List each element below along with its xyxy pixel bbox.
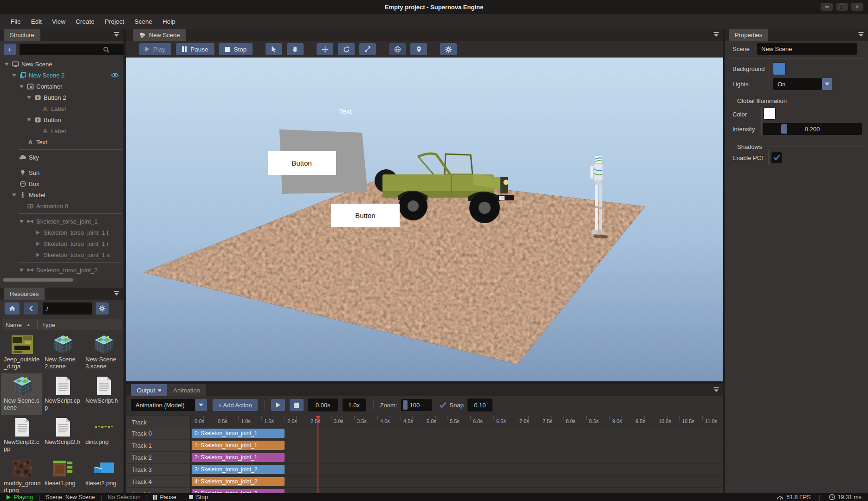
select-tool-button[interactable]	[266, 43, 282, 55]
timeline-play-button[interactable]	[271, 399, 285, 411]
minimize-button[interactable]	[821, 3, 833, 11]
tab-animation[interactable]: Animation	[167, 384, 206, 396]
menu-file[interactable]: File	[6, 16, 26, 27]
close-button[interactable]: ×	[851, 3, 863, 11]
file-jeep-outside-d-tga[interactable]: Jeep_outside_d.tga	[1, 332, 42, 373]
expand-arrow-icon[interactable]	[25, 118, 32, 122]
rotate-tool-button[interactable]	[338, 43, 355, 55]
tab-new-scene[interactable]: New Scene	[133, 29, 186, 41]
add-entity-button[interactable]: +	[4, 44, 16, 55]
animation-clip[interactable]: 3: Skeleton_torso_joint_2	[192, 465, 285, 474]
track-lane[interactable]: 1: Skeleton_torso_joint_1	[191, 440, 723, 451]
add-action-button[interactable]: + Add Action	[213, 399, 258, 411]
playhead-line[interactable]	[317, 416, 318, 493]
scale-tool-button[interactable]	[359, 43, 376, 55]
ruler-ticks[interactable]: 0.0s0.5s1.0s1.5s2.0s2.5s3.0s3.5s4.0s4.5s…	[191, 416, 723, 428]
scene-button-2[interactable]: Button	[331, 204, 400, 227]
panel-menu-icon[interactable]	[858, 32, 864, 37]
track-name[interactable]: Track 5	[126, 488, 191, 493]
stop-button[interactable]: Stop	[219, 43, 253, 55]
file-muddy-ground-png[interactable]: muddy_ground.png	[1, 456, 42, 493]
column-type[interactable]: Type	[42, 321, 55, 328]
animation-clip[interactable]: 5: Skeleton_torso_joint_2	[192, 489, 285, 493]
tree-item-animation-0[interactable]: Animation 0	[0, 200, 123, 212]
tab-output[interactable]: Output	[131, 384, 167, 396]
scene-name-input[interactable]	[757, 43, 857, 55]
zoom-slider[interactable]: 100	[401, 399, 432, 411]
horizontal-scrollbar[interactable]	[3, 278, 73, 282]
pause-button[interactable]: Pause	[176, 43, 214, 55]
track-name[interactable]: Track 3	[126, 464, 191, 475]
tree-item-skeleton-torso-joint-1-t[interactable]: Skeleton_torso_joint_1 t	[0, 227, 123, 238]
chevron-down-icon[interactable]	[195, 399, 207, 411]
tree-item-skeleton-torso-joint-2[interactable]: Skeleton_torso_joint_2	[0, 264, 123, 276]
scene-button-1[interactable]: Button	[268, 151, 336, 175]
track-name[interactable]: Track 0	[126, 428, 191, 439]
visibility-eye-icon[interactable]	[111, 72, 119, 78]
menu-help[interactable]: Help	[157, 16, 181, 27]
file-newscript-cpp[interactable]: NewScript.cpp	[42, 373, 83, 415]
lights-dropdown[interactable]: On	[773, 78, 822, 90]
scene-text-label[interactable]: Text	[339, 107, 352, 115]
tab-structure[interactable]: Structure	[4, 29, 40, 41]
animation-target-select[interactable]: Animation (Model)	[131, 399, 195, 411]
track-lane[interactable]: 3: Skeleton_torso_joint_2	[191, 464, 723, 475]
animation-clip[interactable]: 0: Skeleton_torso_joint_1	[192, 429, 285, 438]
path-input[interactable]	[43, 302, 92, 315]
tree-item-button[interactable]: Button	[0, 114, 123, 125]
time-field[interactable]	[308, 398, 338, 411]
animation-clip[interactable]: 1: Skeleton_torso_joint_1	[192, 441, 285, 450]
tree-item-box[interactable]: Box	[0, 178, 123, 189]
location-tool-button[interactable]	[410, 43, 427, 55]
file-newscript2-cpp[interactable]: NewScript2.cpp	[1, 415, 42, 456]
track-name[interactable]: Track 4	[126, 476, 191, 487]
tree-item-sky[interactable]: Sky	[0, 152, 123, 163]
snap-checkbox[interactable]	[439, 402, 447, 408]
menu-project[interactable]: Project	[100, 16, 130, 27]
maximize-button[interactable]	[836, 3, 848, 11]
tree-item-model[interactable]: Model	[0, 189, 123, 200]
timeline-stop-button[interactable]	[290, 399, 304, 411]
track-name[interactable]: Track 1	[126, 440, 191, 451]
tree-item-label[interactable]: ALabel	[0, 103, 123, 114]
sort-arrow-icon[interactable]: ▲	[26, 322, 31, 327]
expand-arrow-icon[interactable]	[10, 74, 18, 77]
tree-item-new-scene-2[interactable]: New Scene 2	[0, 70, 123, 81]
expand-arrow-icon[interactable]	[18, 85, 25, 88]
expand-arrow-icon[interactable]	[18, 269, 25, 272]
expand-arrow-icon[interactable]	[18, 220, 25, 223]
panel-menu-icon[interactable]	[114, 32, 119, 37]
home-button[interactable]	[5, 302, 19, 315]
expand-arrow-icon[interactable]	[10, 193, 18, 197]
track-lane[interactable]: 0: Skeleton_torso_joint_1	[191, 428, 723, 439]
expand-arrow-icon[interactable]	[3, 63, 10, 66]
menu-scene[interactable]: Scene	[130, 16, 157, 27]
gi-color-swatch[interactable]	[764, 108, 776, 120]
column-name[interactable]: Name	[6, 321, 22, 328]
tree-item-new-scene[interactable]: New Scene	[0, 58, 123, 70]
intensity-slider[interactable]: 0.200	[763, 123, 862, 135]
background-color-swatch[interactable]	[773, 62, 786, 75]
viewport-3d[interactable]: Text Button Button	[126, 58, 723, 381]
hand-tool-button[interactable]	[287, 43, 304, 55]
back-button[interactable]	[24, 302, 38, 315]
animation-clip[interactable]: 4: Skeleton_torso_joint_2	[192, 477, 285, 486]
menu-view[interactable]: View	[47, 16, 71, 27]
settings-tool-button[interactable]	[440, 43, 457, 55]
panel-menu-icon[interactable]	[713, 32, 719, 37]
expand-arrow-icon[interactable]	[25, 96, 32, 99]
tree-item-skeleton-torso-joint-1-s[interactable]: Skeleton_torso_joint_1 s	[0, 249, 123, 260]
snap-value-field[interactable]	[467, 398, 492, 411]
track-lane[interactable]: 4: Skeleton_torso_joint_2	[191, 476, 723, 488]
file-new-scene-scene[interactable]: New Scene.scene	[1, 373, 42, 415]
speed-field[interactable]	[343, 398, 366, 411]
play-button[interactable]: Play	[139, 43, 171, 55]
playhead-marker-icon[interactable]	[315, 416, 321, 419]
tree-item-text[interactable]: AText	[0, 136, 123, 148]
status-pause-button[interactable]: Pause	[153, 494, 176, 501]
timeline-ruler[interactable]: Track 0.0s0.5s1.0s1.5s2.0s2.5s3.0s3.5s4.…	[126, 416, 723, 428]
file-new-scene-3-scene[interactable]: New Scene 3.scene	[83, 332, 123, 373]
file-newscript-h[interactable]: NewScript.h	[83, 373, 123, 415]
tree-item-skeleton-torso-joint-1-r[interactable]: Skeleton_torso_joint_1 r	[0, 238, 123, 249]
tree-item-button-2[interactable]: Button 2	[0, 92, 123, 103]
